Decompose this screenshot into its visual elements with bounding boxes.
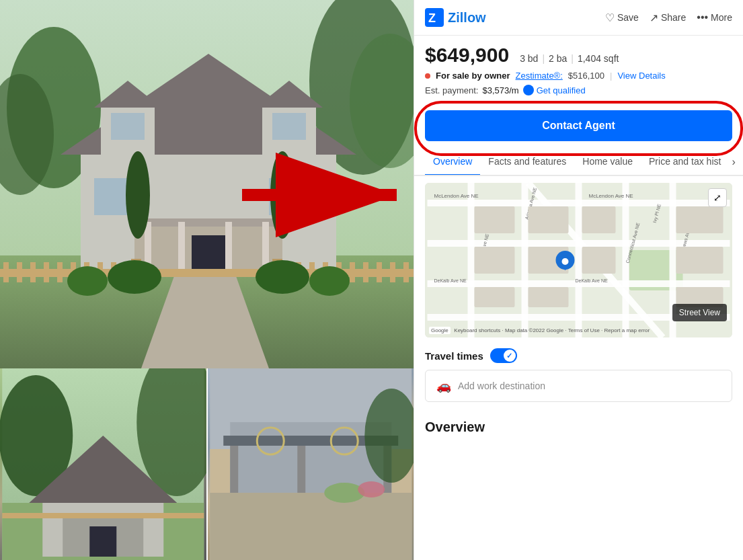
svg-rect-71 <box>210 493 412 560</box>
car-icon: 🚗 <box>436 378 451 393</box>
status-row: For sale by owner Zestimate®: $516,100 |… <box>425 71 732 81</box>
svg-point-74 <box>324 483 364 503</box>
svg-text:McLendon Ave NE: McLendon Ave NE <box>434 193 479 199</box>
svg-rect-44 <box>403 262 409 282</box>
svg-rect-25 <box>3 262 9 282</box>
map-expand-button[interactable]: ⤢ <box>708 188 727 207</box>
svg-rect-28 <box>44 262 49 282</box>
overview-title: Overview <box>425 419 732 435</box>
svg-rect-104 <box>582 206 616 233</box>
more-button[interactable]: ••• More <box>697 11 732 24</box>
zillow-z-icon: Z <box>425 8 444 27</box>
svg-rect-42 <box>377 262 382 282</box>
beds-spec: 3 bd <box>520 53 538 64</box>
toggle-knob: ✓ <box>504 350 516 362</box>
svg-rect-101 <box>529 206 569 233</box>
view-details-button[interactable]: View Details <box>617 71 665 81</box>
svg-text:DeKalb Ave NE: DeKalb Ave NE <box>576 278 608 283</box>
svg-rect-14 <box>272 113 306 140</box>
svg-point-48 <box>67 266 108 296</box>
right-panel: Z Zillow ♡ Save ↗ Share ••• More $649,90… <box>414 0 743 560</box>
svg-rect-63 <box>2 513 204 518</box>
thumbnail-row <box>0 368 414 560</box>
svg-rect-43 <box>390 262 395 282</box>
photo-panel <box>0 0 414 560</box>
tab-price-history[interactable]: Price and tax hist <box>641 149 729 176</box>
tabs-row: Overview Facts and features Home value P… <box>414 149 743 176</box>
listing-status: For sale by owner <box>436 71 510 81</box>
svg-text:Z: Z <box>428 11 436 25</box>
toggle-indicator <box>523 85 534 95</box>
est-payment-label: Est. payment: <box>425 85 478 95</box>
svg-rect-106 <box>475 287 515 307</box>
status-indicator <box>425 73 430 79</box>
svg-text:McLendon Ave NE: McLendon Ave NE <box>589 193 633 199</box>
zestimate-link[interactable]: Zestimate®: <box>516 71 563 81</box>
svg-rect-105 <box>582 247 616 274</box>
zestimate-value: $516,100 <box>568 71 604 81</box>
header-actions: ♡ Save ↗ Share ••• More <box>605 11 732 24</box>
top-header: Z Zillow ♡ Save ↗ Share ••• More <box>414 0 743 36</box>
svg-rect-27 <box>30 262 36 282</box>
more-icon: ••• <box>697 11 708 24</box>
tab-facts-features[interactable]: Facts and features <box>480 149 574 176</box>
svg-point-112 <box>562 258 569 265</box>
zillow-logo: Z Zillow <box>425 8 486 27</box>
svg-text:DeKalb Ave NE: DeKalb Ave NE <box>434 278 467 283</box>
main-photo[interactable] <box>0 0 414 368</box>
work-destination-placeholder: Add work destination <box>458 381 545 391</box>
cta-container: Contact Agent <box>414 108 743 149</box>
svg-rect-41 <box>363 262 368 282</box>
zillow-brand-text: Zillow <box>448 10 486 26</box>
sqft-spec: 1,404 sqft <box>578 53 619 64</box>
baths-spec: 2 ba <box>549 53 567 64</box>
svg-rect-85 <box>468 183 475 337</box>
svg-point-52 <box>270 151 295 239</box>
map-attribution: Google Keyboard shortcuts · Map data ©20… <box>429 327 650 333</box>
est-payment-row: Est. payment: $3,573/m Get qualified <box>425 85 732 95</box>
map-container[interactable]: McLendon Ave NE McLendon Ave NE Arizona … <box>425 183 732 337</box>
listing-specs: 3 bd | 2 ba | 1,404 sqft <box>520 53 619 64</box>
contact-agent-button[interactable]: Contact Agent <box>425 110 732 141</box>
svg-rect-107 <box>529 287 569 307</box>
add-work-destination-row[interactable]: 🚗 Add work destination <box>425 370 732 402</box>
svg-rect-26 <box>17 262 22 282</box>
svg-rect-108 <box>676 206 724 233</box>
svg-rect-87 <box>576 183 582 337</box>
listing-price: $649,900 <box>425 44 509 67</box>
map-section: McLendon Ave NE McLendon Ave NE Arizona … <box>414 176 743 344</box>
est-payment-value: $3,573/m <box>482 85 518 95</box>
svg-point-50 <box>309 266 350 296</box>
overview-section: Overview <box>414 413 743 442</box>
svg-rect-102 <box>475 247 515 274</box>
svg-point-47 <box>108 260 161 294</box>
svg-point-51 <box>126 151 150 239</box>
travel-times-label: Travel times <box>425 350 483 362</box>
svg-rect-40 <box>350 262 355 282</box>
street-view-button[interactable]: Street View <box>672 304 727 321</box>
tab-overview[interactable]: Overview <box>425 149 480 176</box>
svg-rect-11 <box>111 113 145 140</box>
travel-times-toggle[interactable]: ✓ <box>490 348 517 363</box>
travel-times-section: Travel times ✓ 🚗 Add work destination <box>414 344 743 413</box>
tabs-more-chevron[interactable]: › <box>729 149 738 175</box>
svg-point-75 <box>358 481 385 497</box>
share-button[interactable]: ↗ Share <box>650 11 686 24</box>
svg-rect-100 <box>475 206 515 233</box>
svg-rect-29 <box>57 262 63 282</box>
tab-home-value[interactable]: Home value <box>574 149 641 176</box>
price-section: $649,900 3 bd | 2 ba | 1,404 sqft For sa… <box>414 36 743 108</box>
save-button[interactable]: ♡ Save <box>605 11 639 24</box>
svg-rect-62 <box>89 526 116 557</box>
svg-rect-109 <box>676 247 724 274</box>
heart-icon: ♡ <box>605 11 615 24</box>
svg-point-49 <box>256 260 309 294</box>
thumbnail-1[interactable] <box>0 368 208 560</box>
thumbnail-2[interactable] <box>208 368 414 560</box>
share-icon: ↗ <box>650 11 658 24</box>
svg-rect-16 <box>134 218 282 227</box>
svg-rect-19 <box>225 222 232 272</box>
svg-rect-18 <box>178 222 185 272</box>
get-qualified-toggle[interactable]: Get qualified <box>523 85 586 95</box>
